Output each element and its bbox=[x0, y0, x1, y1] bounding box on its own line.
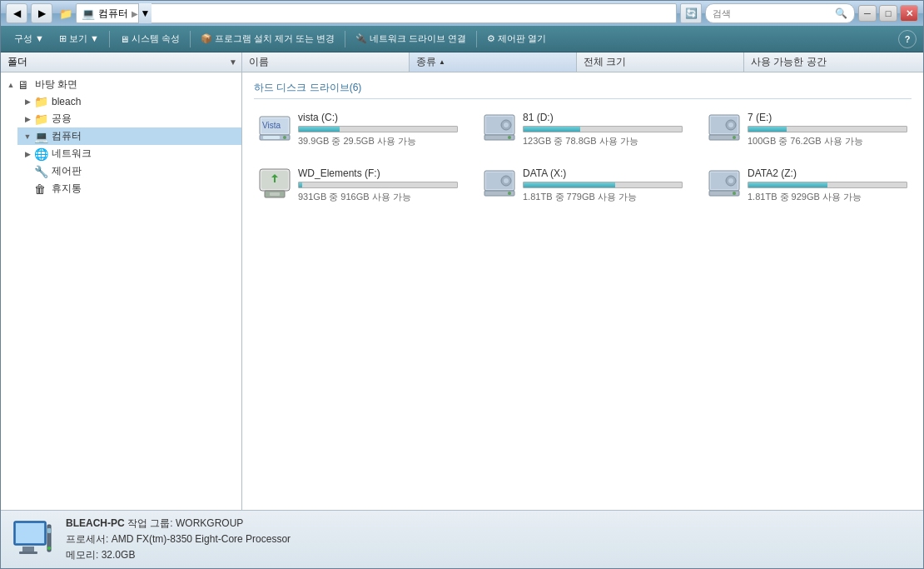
drive-bar-fill-2 bbox=[748, 127, 787, 132]
control-panel-button[interactable]: ⚙ 제어판 열기 bbox=[480, 28, 553, 50]
drive-size-2: 100GB 중 76.2GB 사용 가능 bbox=[748, 135, 907, 147]
name-col-header[interactable]: 이름 bbox=[242, 52, 410, 72]
sidebar-item-controlpanel[interactable]: 🔧 제어판 bbox=[17, 162, 241, 180]
drive-item[interactable]: WD_Elements (F:) 931GB 중 916GB 사용 가능 bbox=[254, 163, 462, 207]
status-info: BLEACH-PC 작업 그룹: WORKGROUP 프로세서: AMD FX(… bbox=[66, 517, 291, 562]
sidebar-children: ▶ 📁 bleach ▶ 📁 공용 ▼ 💻 컴퓨터 ▶ 🌐 네트 bbox=[1, 93, 241, 197]
drive-size-1: 123GB 중 78.8GB 사용 가능 bbox=[523, 135, 683, 147]
computer-status-icon bbox=[11, 518, 54, 562]
window-controls: ─ □ ✕ bbox=[858, 5, 918, 22]
svg-point-31 bbox=[728, 178, 733, 183]
search-input[interactable] bbox=[713, 8, 832, 18]
folder-col-header[interactable]: 폴더 ▼ bbox=[1, 52, 242, 72]
type-col-header[interactable]: 종류 ▲ bbox=[410, 52, 577, 72]
maximize-button[interactable]: □ bbox=[879, 5, 897, 22]
help-button[interactable]: ? bbox=[898, 30, 917, 48]
section-title: 하드 디스크 드라이브(6) bbox=[254, 81, 912, 99]
svg-point-33 bbox=[733, 192, 736, 195]
sidebar-item-public[interactable]: ▶ 📁 공용 bbox=[17, 110, 241, 127]
title-bar: ◀ ▶ 📁 💻 컴퓨터 ▶ ▼ 🔄 🔍 ─ □ ✕ bbox=[1, 1, 923, 26]
system-props-button[interactable]: 🖥 시스템 속성 bbox=[113, 28, 186, 50]
free-col-header[interactable]: 사용 가능한 공간 bbox=[744, 52, 911, 72]
computer-tree-icon: 💻 bbox=[34, 130, 49, 143]
right-col-headers: 이름 종류 ▲ 전체 크기 사용 가능한 공간 bbox=[242, 52, 923, 72]
main-window: ◀ ▶ 📁 💻 컴퓨터 ▶ ▼ 🔄 🔍 ─ □ ✕ 구성 ▼ ⊞ 보기 ▼ 🖥 bbox=[0, 0, 924, 569]
drive-bar-fill-4 bbox=[524, 182, 615, 187]
drive-info-4: DATA (X:) 1.81TB 중 779GB 사용 가능 bbox=[523, 167, 683, 203]
svg-point-40 bbox=[47, 547, 51, 550]
drive-name-1: 81 (D:) bbox=[523, 112, 683, 123]
sidebar-item-recycle[interactable]: 🗑 휴지통 bbox=[17, 180, 241, 197]
address-bar[interactable]: 💻 컴퓨터 ▶ ▼ bbox=[76, 3, 677, 23]
drive-item[interactable]: Vista vista (C:) 39.9GB 중 29.5GB 사용 가능 bbox=[254, 107, 462, 152]
drive-icon-4 bbox=[483, 167, 516, 199]
column-headers: 폴더 ▼ 이름 종류 ▲ 전체 크기 사용 가능한 공간 bbox=[1, 52, 923, 72]
drive-name-4: DATA (X:) bbox=[523, 167, 683, 179]
refresh-button[interactable]: 🔄 bbox=[680, 3, 702, 23]
sidebar-item-computer[interactable]: ▼ 💻 컴퓨터 bbox=[17, 127, 241, 145]
status-pcname: BLEACH-PC bbox=[66, 517, 125, 529]
drive-bar-bg-4 bbox=[523, 182, 683, 188]
organize-button[interactable]: 구성 ▼ bbox=[7, 28, 51, 50]
network-icon: 🔌 bbox=[355, 33, 367, 44]
sys-props-icon: 🖥 bbox=[120, 34, 129, 44]
status-processor: AMD FX(tm)-8350 Eight-Core Processor bbox=[112, 533, 291, 545]
toolbar-separator-1 bbox=[109, 31, 110, 47]
drive-icon-5 bbox=[708, 167, 741, 199]
address-dropdown[interactable]: ▼ bbox=[138, 3, 152, 23]
toolbar-separator-2 bbox=[190, 31, 191, 47]
total-col-header[interactable]: 전체 크기 bbox=[577, 52, 744, 72]
drive-name-0: vista (C:) bbox=[298, 112, 458, 123]
sidebar-label-bleach: bleach bbox=[52, 96, 81, 107]
drive-size-5: 1.81TB 중 929GB 사용 가능 bbox=[748, 191, 907, 203]
close-button[interactable]: ✕ bbox=[900, 5, 918, 22]
toolbar-separator-4 bbox=[476, 31, 477, 47]
address-text: 컴퓨터 bbox=[98, 7, 128, 21]
sidebar-item-network[interactable]: ▶ 🌐 네트워크 bbox=[17, 145, 241, 162]
toolbar: 구성 ▼ ⊞ 보기 ▼ 🖥 시스템 속성 📦 프로그램 설치 제거 또는 변경 … bbox=[1, 26, 923, 52]
drive-icon-1 bbox=[483, 112, 516, 143]
status-memory-line: 메모리: 32.0GB bbox=[66, 548, 291, 562]
drive-name-3: WD_Elements (F:) bbox=[298, 167, 458, 179]
drive-name-5: DATA2 (Z:) bbox=[748, 167, 907, 179]
drive-bar-bg-5 bbox=[748, 182, 907, 188]
expand-icon-computer: ▼ bbox=[21, 132, 34, 141]
minimize-button[interactable]: ─ bbox=[858, 5, 877, 22]
folder-col-toggle[interactable]: ▼ bbox=[225, 52, 241, 72]
search-bar[interactable]: 🔍 bbox=[705, 3, 855, 23]
drive-bar-bg-0 bbox=[298, 126, 458, 132]
svg-point-3 bbox=[283, 136, 286, 139]
drive-bar-bg-3 bbox=[298, 182, 458, 188]
drive-bar-bg-2 bbox=[748, 126, 907, 132]
address-icon: 💻 bbox=[82, 7, 95, 20]
back-button[interactable]: ◀ bbox=[6, 3, 27, 23]
drive-item[interactable]: DATA2 (Z:) 1.81TB 중 929GB 사용 가능 bbox=[703, 163, 912, 207]
view-button[interactable]: ⊞ 보기 ▼ bbox=[52, 28, 106, 50]
sidebar-label-cp: 제어판 bbox=[52, 164, 82, 178]
drive-icon-2 bbox=[708, 112, 741, 143]
drive-item[interactable]: 7 (E:) 100GB 중 76.2GB 사용 가능 bbox=[703, 107, 912, 152]
sidebar-item-bleach[interactable]: ▶ 📁 bleach bbox=[17, 93, 241, 110]
drive-bar-bg-1 bbox=[523, 126, 683, 132]
svg-rect-39 bbox=[47, 528, 51, 533]
svg-point-25 bbox=[504, 178, 509, 183]
controlpanel-tree-icon: 🔧 bbox=[34, 165, 49, 178]
sidebar-label-network: 네트워크 bbox=[52, 147, 92, 161]
drive-item[interactable]: 81 (D:) 123GB 중 78.8GB 사용 가능 bbox=[479, 107, 687, 152]
sidebar: ▲ 🖥 바탕 화면 ▶ 📁 bleach ▶ 📁 공용 ▼ 💻 bbox=[1, 72, 242, 510]
forward-button[interactable]: ▶ bbox=[31, 3, 52, 23]
drive-size-4: 1.81TB 중 779GB 사용 가능 bbox=[523, 191, 683, 203]
drive-size-3: 931GB 중 916GB 사용 가능 bbox=[298, 191, 458, 203]
status-processor-line: 프로세서: AMD FX(tm)-8350 Eight-Core Process… bbox=[66, 532, 291, 547]
drives-grid: Vista vista (C:) 39.9GB 중 29.5GB 사용 가능 8… bbox=[254, 107, 912, 207]
status-workgroup-label: 작업 그룹: bbox=[127, 517, 173, 529]
uninstall-button[interactable]: 📦 프로그램 설치 제거 또는 변경 bbox=[194, 28, 341, 50]
expand-icon-network: ▶ bbox=[21, 150, 34, 158]
sidebar-item-desktop[interactable]: ▲ 🖥 바탕 화면 bbox=[1, 76, 241, 93]
network-drive-button[interactable]: 🔌 네트워크 드라이브 연결 bbox=[349, 28, 473, 50]
svg-point-17 bbox=[733, 136, 736, 139]
desktop-icon: 🖥 bbox=[17, 78, 32, 92]
folder-icon: 📁 bbox=[59, 7, 72, 20]
drive-item[interactable]: DATA (X:) 1.81TB 중 779GB 사용 가능 bbox=[479, 163, 687, 207]
svg-point-15 bbox=[728, 122, 733, 127]
